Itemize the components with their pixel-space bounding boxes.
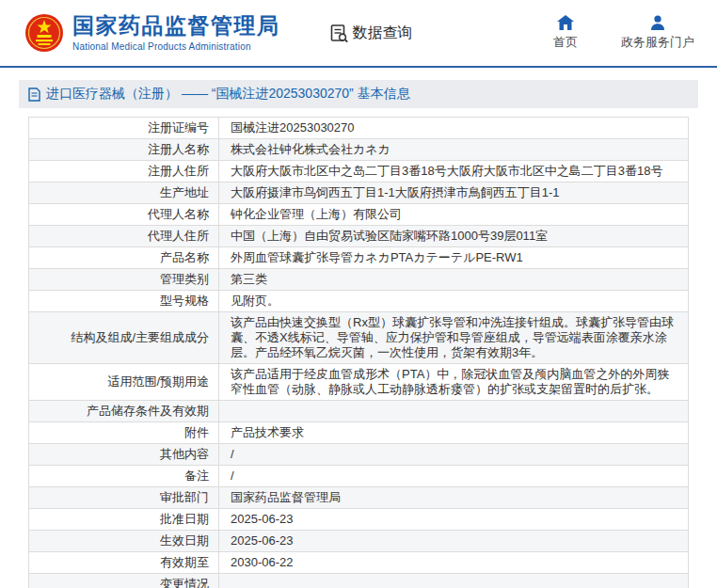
row-label: 附件 [29,422,219,444]
page-title-bar: 进口医疗器械（注册） —— “国械注进20253030270” 基本信息 [19,80,698,108]
row-value: 外周血管球囊扩张导管カネカPTAカテーテルPE-RW1 [219,247,689,269]
table-row: 变更情况 [29,574,689,588]
table-row: 其他内容/ [29,444,689,466]
row-value: 2025-06-23 [219,509,689,531]
document-icon [28,87,40,102]
nav-home-label: 首页 [553,34,578,51]
row-value: 国械注进20253030270 [219,118,689,139]
table-row: 代理人住所中国（上海）自由贸易试验区陆家嘴环路1000号39层011室 [29,226,689,247]
info-table-body: 注册证编号国械注进20253030270注册人名称株式会社钟化株式会社カネカ注册… [29,118,689,588]
row-label: 生产地址 [29,183,219,204]
table-row: 生产地址大阪府摄津市鸟饲西五丁目1-1大阪府摂津市鳥飼西五丁目1-1 [29,183,689,204]
table-row: 审批部门国家药品监督管理局 [29,487,689,509]
table-row: 代理人名称钟化企业管理（上海）有限公司 [29,204,689,226]
table-row: 型号规格见附页。 [29,291,689,312]
row-label: 产品名称 [29,247,219,269]
nav-gov-portal[interactable]: 政务服务门户 [621,15,694,51]
row-value: 见附页。 [219,291,689,312]
data-query-nav[interactable]: 数据查询 [329,24,413,43]
table-row: 附件产品技术要求 [29,422,689,444]
row-value: 大阪府大阪市北区中之岛二丁目3番18号大阪府大阪市北区中之島二丁目3番18号 [219,161,689,183]
data-query-icon [329,24,349,43]
table-row: 注册人名称株式会社钟化株式会社カネカ [29,139,689,161]
table-row: 备注/ [29,466,689,487]
home-icon [557,15,574,30]
row-label: 代理人住所 [29,226,219,247]
table-row: 管理类别第三类 [29,269,689,291]
table-row: 注册人住所大阪府大阪市北区中之岛二丁目3番18号大阪府大阪市北区中之島二丁目3番… [29,161,689,183]
table-row: 有效期至2030-06-22 [29,552,689,574]
agency-title-block: 国家药品监督管理局 National Medical Products Admi… [72,14,280,51]
row-value [219,574,689,588]
row-label: 代理人名称 [29,204,219,226]
site-header: 国家药品监督管理局 National Medical Products Admi… [0,0,717,68]
row-label: 生效日期 [29,531,219,552]
row-value: 2030-06-22 [219,552,689,574]
row-label: 批准日期 [29,509,219,531]
row-value [219,401,689,422]
row-value: 该产品由快速交换型（Rx型）球囊扩张导管和冲洗连接针组成。球囊扩张导管由球囊、不… [219,312,689,364]
row-value: 大阪府摄津市鸟饲西五丁目1-1大阪府摂津市鳥飼西五丁目1-1 [219,183,689,204]
nav-home[interactable]: 首页 [553,15,578,51]
user-icon [650,15,665,30]
table-row: 产品名称外周血管球囊扩张导管カネカPTAカテーテルPE-RW1 [29,247,689,269]
table-row: 生效日期2025-06-23 [29,531,689,552]
agency-name-cn: 国家药品监督管理局 [72,14,280,38]
row-label: 其他内容 [29,444,219,466]
row-value: / [219,466,689,487]
row-value: / [219,444,689,466]
row-label: 有效期至 [29,552,219,574]
table-row: 产品储存条件及有效期 [29,401,689,422]
registration-info-table: 注册证编号国械注进20253030270注册人名称株式会社钟化株式会社カネカ注册… [28,117,689,588]
row-label: 适用范围/预期用途 [29,364,219,401]
row-label: 注册人名称 [29,139,219,161]
row-value: 国家药品监督管理局 [219,487,689,509]
row-value: 产品技术要求 [219,422,689,444]
row-label: 注册证编号 [29,118,219,139]
row-label: 型号规格 [29,291,219,312]
national-emblem-logo [24,12,64,54]
row-label: 结构及组成/主要组成成分 [29,312,219,364]
row-value: 钟化企业管理（上海）有限公司 [219,204,689,226]
row-label: 产品储存条件及有效期 [29,401,219,422]
row-label: 审批部门 [29,487,219,509]
nav-gov-portal-label: 政务服务门户 [621,34,694,51]
row-label: 管理类别 [29,269,219,291]
row-label: 注册人住所 [29,161,219,183]
row-label: 变更情况 [29,574,219,588]
row-value: 株式会社钟化株式会社カネカ [219,139,689,161]
table-row: 批准日期2025-06-23 [29,509,689,531]
agency-name-en: National Medical Products Administration [72,41,280,52]
row-value: 中国（上海）自由贸易试验区陆家嘴环路1000号39层011室 [219,226,689,247]
table-row: 注册证编号国械注进20253030270 [29,118,689,139]
page-title: 进口医疗器械（注册） —— “国械注进20253030270” 基本信息 [46,86,410,103]
row-label: 备注 [29,466,219,487]
table-row: 结构及组成/主要组成成分该产品由快速交换型（Rx型）球囊扩张导管和冲洗连接针组成… [29,312,689,364]
table-row: 适用范围/预期用途该产品适用于经皮血管成形术（PTA）中，除冠状血管及颅内脑血管… [29,364,689,401]
row-value: 第三类 [219,269,689,291]
row-value: 该产品适用于经皮血管成形术（PTA）中，除冠状血管及颅内脑血管之外的外周狭窄性血… [219,364,689,401]
data-query-label: 数据查询 [353,24,413,43]
row-value: 2025-06-23 [219,531,689,552]
